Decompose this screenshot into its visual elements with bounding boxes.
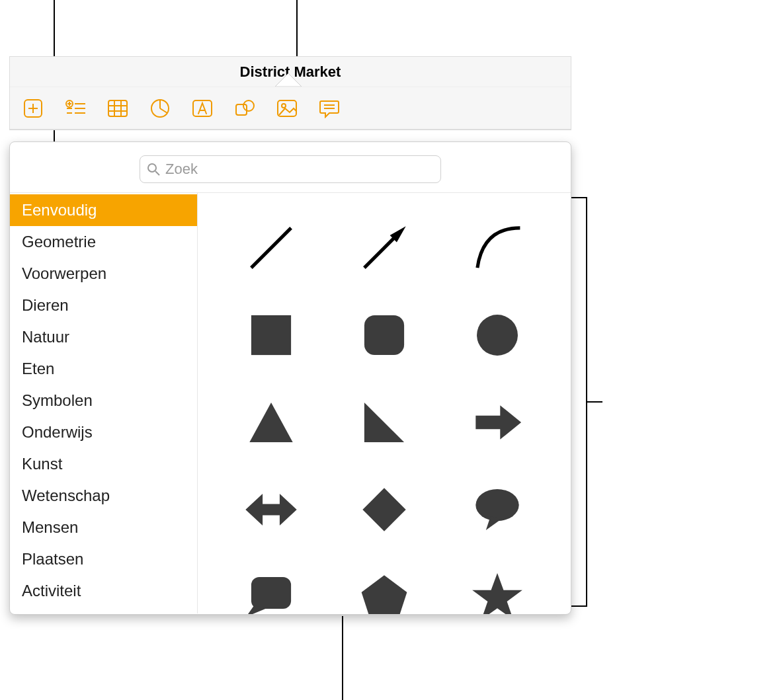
shape-quote-bubble[interactable]	[238, 564, 304, 615]
svg-point-32	[477, 315, 518, 356]
svg-point-21	[282, 104, 286, 108]
svg-line-26	[155, 171, 159, 175]
svg-rect-31	[364, 315, 404, 355]
popover-body: Eenvoudig Geometrie Voorwerpen Dieren Na…	[10, 193, 571, 613]
svg-marker-43	[472, 573, 522, 615]
category-plaatsen[interactable]: Plaatsen	[10, 543, 197, 575]
category-dieren[interactable]: Dieren	[10, 290, 197, 321]
category-eenvoudig[interactable]: Eenvoudig	[10, 194, 197, 226]
svg-marker-33	[249, 403, 292, 442]
shape-right-triangle[interactable]	[351, 389, 417, 455]
svg-rect-11	[108, 100, 127, 116]
callout-line	[571, 197, 587, 198]
shape-diamond[interactable]	[351, 477, 417, 543]
category-symbolen[interactable]: Symbolen	[10, 385, 197, 416]
list-button[interactable]	[62, 95, 89, 122]
category-geometrie[interactable]: Geometrie	[10, 226, 197, 258]
category-voorwerpen[interactable]: Voorwerpen	[10, 258, 197, 290]
shape-line[interactable]	[238, 215, 304, 281]
callout-line	[586, 401, 602, 403]
shape-arrow-line[interactable]	[351, 215, 417, 281]
category-eten[interactable]: Eten	[10, 353, 197, 385]
shapes-popover: Eenvoudig Geometrie Voorwerpen Dieren Na…	[9, 141, 571, 615]
window-title: District Market	[10, 57, 571, 87]
app-window: District Market	[9, 56, 571, 130]
text-button[interactable]	[188, 95, 216, 122]
category-kunst[interactable]: Kunst	[10, 448, 197, 480]
table-button[interactable]	[104, 95, 132, 122]
category-natuur[interactable]: Natuur	[10, 321, 197, 353]
shape-double-arrow[interactable]	[238, 477, 304, 543]
shape-arrow-right[interactable]	[464, 389, 530, 455]
shape-grid	[198, 193, 571, 613]
category-onderwijs[interactable]: Onderwijs	[10, 416, 197, 448]
svg-point-38	[476, 489, 519, 521]
media-button[interactable]	[273, 95, 301, 122]
svg-marker-34	[364, 403, 404, 442]
category-sidebar: Eenvoudig Geometrie Voorwerpen Dieren Na…	[10, 193, 198, 613]
category-activiteit[interactable]: Activiteit	[10, 575, 197, 607]
callout-line	[571, 605, 587, 607]
toolbar	[10, 87, 571, 130]
comment-button[interactable]	[315, 95, 343, 122]
svg-marker-36	[245, 494, 296, 525]
svg-marker-37	[362, 488, 405, 531]
category-mensen[interactable]: Mensen	[10, 512, 197, 543]
search-field[interactable]	[140, 155, 441, 183]
chart-button[interactable]	[146, 95, 174, 122]
svg-rect-40	[251, 577, 291, 609]
shape-triangle[interactable]	[238, 389, 304, 455]
search-icon	[147, 163, 160, 176]
shape-rounded-square[interactable]	[351, 302, 417, 368]
shape-pentagon[interactable]	[351, 564, 417, 615]
svg-rect-30	[251, 315, 291, 355]
shape-square[interactable]	[238, 302, 304, 368]
shape-speech-bubble[interactable]	[464, 477, 530, 543]
shape-button[interactable]	[231, 95, 259, 122]
add-button[interactable]	[19, 95, 47, 122]
callout-line	[342, 616, 343, 700]
search-input[interactable]	[165, 161, 434, 178]
svg-marker-42	[362, 575, 407, 615]
shape-circle[interactable]	[464, 302, 530, 368]
shape-curve[interactable]	[464, 215, 530, 281]
category-wetenschap[interactable]: Wetenschap	[10, 480, 197, 512]
search-wrap	[10, 142, 571, 193]
svg-point-19	[243, 100, 254, 111]
svg-marker-35	[476, 405, 522, 440]
shape-star[interactable]	[464, 564, 530, 615]
svg-point-25	[148, 164, 156, 172]
svg-line-27	[251, 228, 291, 268]
